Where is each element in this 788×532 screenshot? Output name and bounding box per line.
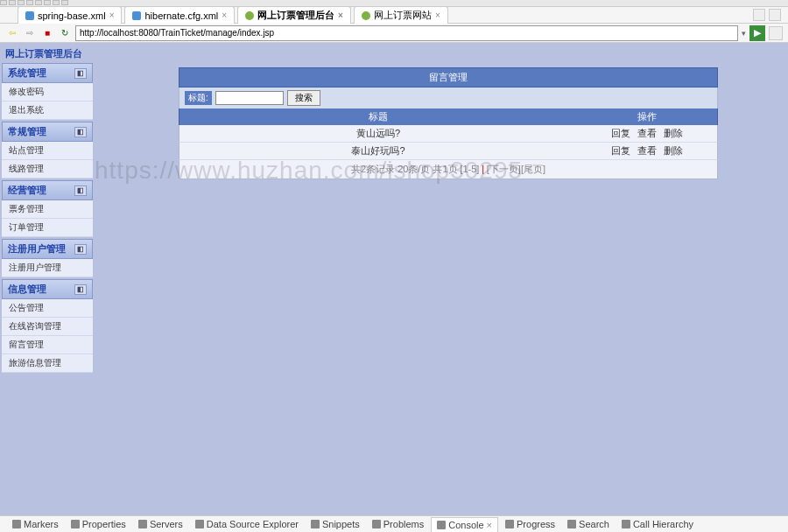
pager-last[interactable]: [下一页][尾页]	[487, 164, 545, 174]
close-icon[interactable]: ×	[338, 10, 343, 20]
bottom-tab[interactable]: Servers	[133, 517, 188, 532]
tab-controls	[753, 9, 788, 21]
view-icon	[311, 520, 320, 528]
op-link[interactable]: 查看	[637, 145, 657, 156]
bottom-tabs: MarkersPropertiesServersData Source Expl…	[0, 515, 788, 532]
bottom-tab[interactable]: Snippets	[306, 517, 365, 532]
menu-item[interactable]: 站点管理	[2, 142, 93, 160]
search-row: 标题: 搜索	[179, 88, 718, 108]
view-icon	[138, 520, 147, 528]
op-link[interactable]: 删除	[664, 145, 683, 156]
view-icon	[12, 520, 21, 528]
close-icon[interactable]: ×	[435, 10, 440, 20]
bottom-tab[interactable]: Problems	[367, 517, 429, 532]
table-header: 标题 操作	[179, 108, 718, 125]
expand-icon[interactable]: ◧	[74, 186, 87, 196]
bottom-tab[interactable]: Data Source Explorer	[190, 517, 304, 532]
maximize-icon[interactable]	[769, 9, 781, 21]
op-link[interactable]: 回复	[611, 145, 630, 156]
view-icon	[622, 520, 630, 528]
back-button[interactable]: ⇦	[5, 26, 19, 40]
table-row: 黄山远吗?回复查看删除	[179, 125, 718, 143]
bottom-tab[interactable]: Search	[562, 517, 615, 532]
expand-icon[interactable]: ◧	[74, 284, 87, 295]
forward-button[interactable]: ⇨	[23, 26, 37, 40]
editor-tab[interactable]: hibernate.cfg.xml×	[124, 6, 235, 24]
close-icon[interactable]: ×	[487, 520, 492, 530]
cell-title: 黄山远吗?	[179, 125, 577, 142]
web-icon	[245, 11, 254, 20]
menu-item[interactable]: 公告管理	[2, 299, 93, 318]
bottom-tab[interactable]: Properties	[66, 517, 131, 532]
app-title: 网上订票管理后台	[2, 45, 93, 63]
panel: 留言管理 标题: 搜索 标题 操作 黄山远吗?回复查看删除泰山好玩吗?回复查看删…	[179, 67, 718, 179]
search-input[interactable]	[215, 91, 284, 105]
cell-ops: 回复查看删除	[577, 143, 717, 159]
menu-item[interactable]: 注册用户管理	[2, 259, 93, 277]
view-icon	[567, 520, 576, 528]
op-link[interactable]: 删除	[664, 128, 683, 138]
menu-item[interactable]: 在线咨询管理	[2, 318, 93, 336]
menu-header-label: 经营管理	[8, 184, 46, 197]
bottom-tab-label: Call Hierarchy	[633, 519, 693, 529]
tab-label: spring-base.xml	[38, 10, 106, 21]
menu-item[interactable]: 修改密码	[2, 83, 93, 102]
close-icon[interactable]: ×	[109, 10, 115, 20]
editor-tabs: spring-base.xml×hibernate.cfg.xml×网上订票管理…	[0, 7, 788, 24]
menu-header[interactable]: 注册用户管理◧	[2, 239, 93, 259]
op-link[interactable]: 查看	[637, 128, 657, 138]
menu-header[interactable]: 经营管理◧	[2, 180, 93, 200]
xml-icon	[132, 11, 141, 20]
menu-item[interactable]: 线路管理	[2, 160, 93, 178]
bottom-tab-label: Servers	[150, 519, 183, 529]
view-icon	[505, 520, 514, 528]
bottom-tab[interactable]: Markers	[7, 517, 64, 532]
panel-title: 留言管理	[179, 67, 718, 88]
view-icon	[195, 520, 204, 528]
stop-button[interactable]: ■	[40, 26, 54, 40]
url-input[interactable]	[75, 25, 738, 41]
menu-header[interactable]: 信息管理◧	[2, 279, 93, 299]
editor-tab[interactable]: spring-base.xml×	[18, 6, 122, 24]
editor-tab[interactable]: 网上订票管理后台×	[237, 6, 351, 24]
tab-label: 网上订票网站	[374, 9, 432, 22]
bottom-tab-label: Problems	[383, 519, 424, 529]
menu-item[interactable]: 留言管理	[2, 336, 93, 354]
pager: 共2条记录 20条/页 共1页 [1-5] | [下一页][尾页]	[179, 160, 718, 179]
view-icon	[71, 520, 80, 528]
close-icon[interactable]: ×	[222, 10, 227, 20]
menu-item[interactable]: 订单管理	[2, 219, 93, 237]
bottom-tab-label: Markers	[24, 519, 59, 529]
view-icon	[372, 520, 381, 528]
menu-item[interactable]: 退出系统	[2, 102, 93, 120]
menu-header-label: 信息管理	[8, 283, 46, 296]
tab-label: hibernate.cfg.xml	[144, 10, 218, 21]
bottom-tab[interactable]: Console ×	[431, 517, 498, 532]
refresh-button[interactable]: ↻	[58, 26, 72, 40]
bottom-tab[interactable]: Call Hierarchy	[616, 517, 699, 532]
cell-ops: 回复查看删除	[577, 125, 717, 142]
bottom-tab[interactable]: Progress	[500, 517, 560, 532]
menu-item[interactable]: 票务管理	[2, 200, 93, 219]
pager-info: 共2条记录 20条/页 共1页	[351, 164, 458, 174]
col-ops: 操作	[577, 108, 717, 125]
expand-icon[interactable]: ◧	[74, 244, 87, 255]
settings-icon[interactable]	[769, 26, 783, 40]
search-label: 标题:	[185, 91, 212, 105]
minimize-icon[interactable]	[753, 9, 765, 21]
expand-icon[interactable]: ◧	[74, 127, 87, 137]
dropdown-icon[interactable]: ▾	[742, 29, 746, 38]
menu-header[interactable]: 系统管理◧	[2, 63, 93, 83]
menu-header[interactable]: 常规管理◧	[2, 122, 93, 142]
expand-icon[interactable]: ◧	[74, 68, 87, 79]
search-button[interactable]: 搜索	[287, 90, 320, 106]
pager-current[interactable]: [1-5]	[460, 164, 479, 174]
address-bar: ⇦ ⇨ ■ ↻ ▾ ▶	[0, 24, 788, 43]
bottom-tab-label: Progress	[517, 519, 555, 529]
op-link[interactable]: 回复	[611, 128, 630, 138]
go-button[interactable]: ▶	[749, 25, 765, 41]
editor-tab[interactable]: 网上订票网站×	[354, 6, 448, 24]
bottom-tab-label: Console	[448, 520, 483, 530]
menu-item[interactable]: 旅游信息管理	[2, 354, 93, 373]
web-icon	[362, 11, 370, 20]
